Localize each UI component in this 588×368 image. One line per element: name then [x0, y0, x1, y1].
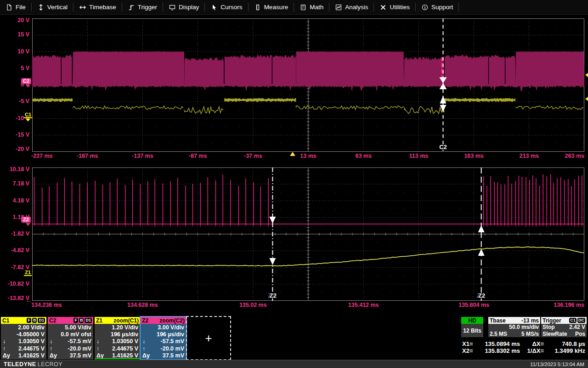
menu-item-analysis[interactable]: Analysis [329, 0, 374, 14]
channel-value: 1.41625 V [18, 352, 45, 359]
channel-row: 196 µs/div [141, 331, 186, 338]
hd-header: HD [461, 317, 483, 324]
trigger-badges: C1 DC [569, 318, 585, 323]
channel-box-c1[interactable]: C1FBD12.00 V/div-4.05000 V↓1.03050 V↑2.4… [1, 317, 46, 359]
menu-item-support[interactable]: Support [416, 0, 459, 14]
menu-item-label: Analysis [345, 4, 368, 11]
c1-zero-marker[interactable]: C1 [24, 112, 32, 118]
channel-row: ↑-20.0 mV [48, 345, 93, 352]
menu-item-label: Trigger [138, 4, 157, 11]
menu-bar: FileVerticalTimebaseTriggerDisplayCursor… [0, 0, 588, 15]
x-axis-label: 134.628 ms [122, 302, 163, 308]
menu-item-vertical[interactable]: Vertical [32, 0, 74, 14]
channel-value: 196 µs/div [157, 331, 184, 338]
channel-id: Z1 [96, 317, 102, 324]
y-axis-label: 5 V [0, 65, 29, 72]
y-axis-label: -1.82 V [0, 230, 29, 237]
channel-row: ↑2.44675 V [95, 345, 140, 352]
timebase-icon [79, 4, 86, 11]
trigger-level-marker[interactable] [585, 72, 588, 78]
trigger-type-row: SlewRatePos [541, 331, 587, 338]
timebase-box[interactable]: Tbase-13 ms 50.0 ms/div 2.5 MS5 MS/s [488, 317, 540, 337]
x-axis-label: 63 ms [343, 153, 384, 159]
trigger-offscreen-arrow: ← [26, 297, 32, 304]
trigger-time-marker[interactable] [290, 152, 295, 156]
x-axis-label: -87 ms [177, 153, 219, 159]
utilities-icon [380, 4, 386, 11]
menu-item-file[interactable]: File [0, 0, 32, 14]
channel-value: -20.0 mV [68, 345, 91, 352]
y-axis-label: -5 V [0, 98, 29, 105]
active-trace-underline [95, 358, 140, 359]
channel-box-z2[interactable]: Z2zoom(C2)3.00 V/div196 µs/div↓-57.5 mV↑… [141, 317, 186, 359]
oscilloscope-screen: FileVerticalTimebaseTriggerDisplayCursor… [0, 0, 588, 368]
menu-item-cursors[interactable]: Cursors [205, 0, 248, 14]
cursor-symbol: ↓ [96, 338, 99, 345]
channel-box-z1[interactable]: Z1zoom(C1)1.20 V/div196 µs/div↓1.03050 V… [95, 317, 140, 359]
channel-row: Δy37.5 mV [48, 352, 93, 359]
cursor-symbol: Δy [50, 352, 57, 359]
status-bar: TELEDYNELECROY 11/13/2023 5:13:04 AM [0, 360, 588, 368]
cursor-symbol: ↑ [96, 345, 99, 352]
menu-item-label: Utilities [390, 4, 410, 11]
channel-value: 37.5 mV [163, 352, 184, 359]
x-axis-label: -187 ms [67, 153, 108, 159]
main-waveform-grid[interactable]: C2 [32, 18, 584, 152]
support-icon [422, 4, 428, 11]
cursor-readout: X1= 135.0894 ms ΔX= 740.8 µs X2= 135.830… [462, 341, 585, 355]
y-axis-label: 15 V [0, 31, 29, 38]
menu-item-label: Support [431, 4, 453, 11]
x-axis-label: 163 ms [453, 153, 495, 159]
trigger-mode-row: Stop2.42 V [541, 324, 587, 331]
channel-row: ↓1.03050 V [95, 338, 140, 345]
add-trace-dropzone[interactable]: + [186, 316, 231, 360]
channel-header: C1FBD1 [1, 317, 46, 324]
menu-item-timebase[interactable]: Timebase [74, 0, 122, 14]
cursor-symbol: ↓ [3, 338, 6, 345]
menu-item-label: Math [310, 4, 323, 11]
zoom-waveform-grid[interactable]: Z1Z2Z1Z2 [32, 167, 584, 301]
channel-row: ↑-20.0 mV [141, 345, 186, 352]
channel-badge: F [74, 318, 78, 323]
trigger-box[interactable]: Trigger C1 DC Stop2.42 V SlewRatePos [541, 317, 587, 337]
z2-zero-pointer [26, 223, 30, 226]
datetime: 11/13/2023 5:13:04 AM [530, 362, 584, 367]
z1-zero-marker[interactable]: Z1 [24, 270, 32, 276]
c1-level-marker[interactable] [585, 96, 588, 102]
channel-value: 1.03050 V [112, 338, 138, 345]
y-axis-label: -13.82 V [0, 295, 29, 302]
plus-icon: + [205, 331, 212, 345]
hd-bits: 12 Bits [461, 324, 483, 337]
menu-item-display[interactable]: Display [163, 0, 205, 14]
analysis-icon [335, 4, 342, 11]
hd-resolution-box[interactable]: HD 12 Bits [461, 317, 483, 337]
y-axis-label: 10.18 V [0, 166, 29, 173]
channel-header: C2FBD1 [48, 317, 93, 324]
svg-text:C2: C2 [439, 144, 447, 150]
y-axis-label: 20 V [0, 17, 29, 24]
cursors-icon [211, 4, 217, 11]
channel-header: Z2zoom(C2) [141, 317, 186, 324]
channel-row: 2.00 V/div [1, 324, 46, 331]
channel-value: 2.44675 V [18, 345, 45, 352]
menu-item-utilities[interactable]: Utilities [374, 0, 416, 14]
x-axis-label: 135.412 ms [343, 302, 384, 308]
channel-row: 196 µs/div [95, 331, 140, 338]
channel-box-c2[interactable]: C2FBD15.00 V/div0.0 mV ofst↓-57.5 mV↑-20… [48, 317, 93, 359]
cursor-symbol: ↑ [142, 345, 145, 352]
x-axis-label: -37 ms [232, 153, 274, 159]
y-axis-label: 4.18 V [0, 197, 29, 204]
channel-row: ↓-57.5 mV [48, 338, 93, 345]
timebase-scale: 50.0 ms/div [488, 324, 540, 331]
y-axis-label: 10 V [0, 48, 29, 55]
c2-zero-marker[interactable]: C2 [21, 78, 31, 84]
channel-value: 37.5 mV [70, 352, 91, 359]
y-axis-label: -15 V [0, 132, 29, 138]
z2-zero-marker[interactable]: Z2 [21, 217, 31, 223]
c2-zero-pointer [26, 85, 30, 87]
menu-item-math[interactable]: Math [294, 0, 329, 14]
channel-value: 196 µs/div [111, 331, 138, 338]
svg-text:Z2: Z2 [478, 292, 485, 299]
menu-item-trigger[interactable]: Trigger [122, 0, 163, 14]
menu-item-measure[interactable]: Measure [249, 0, 294, 14]
